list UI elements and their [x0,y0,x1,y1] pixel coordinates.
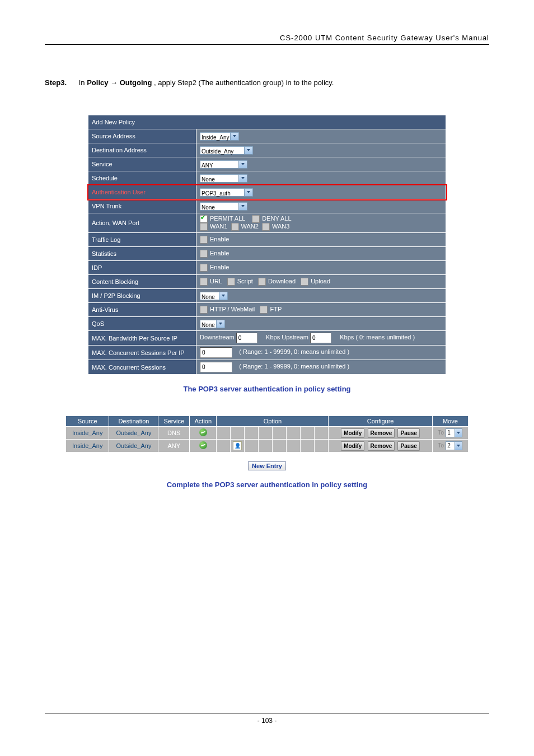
upload-text: Upload [311,278,330,284]
cell-destination: Outside_Any [109,440,158,452]
label-qos: QoS [88,317,196,331]
policy-list-table: Source Destination Service Action Option… [65,416,469,452]
wan2-text: WAN2 [241,223,259,230]
cell-destination-address: Outside_Any [196,143,446,157]
checkbox-download[interactable] [258,278,266,286]
cell-destination: Outside_Any [109,427,158,440]
cell-source: Inside_Any [66,440,109,452]
cell-source-address: Inside_Any [196,129,446,143]
upstream-label: Kbps Upstream [266,334,308,341]
select-schedule[interactable]: None [200,174,247,183]
col-move: Move [432,416,468,427]
pause-button[interactable]: Pause [397,428,419,438]
select-vpn-trunk[interactable]: None [200,202,247,211]
url-text: URL [210,278,222,284]
cell-move: To 1 [432,427,468,440]
step-policy-word: Policy [87,78,108,87]
permit-all-text: PERMIT ALL [210,215,245,222]
caption-1: The POP3 server authentication in policy… [45,385,489,393]
policy-title: Add New Policy [88,115,446,129]
select-qos[interactable]: None [200,320,225,328]
table-row: Inside_Any Outside_Any DNS Modify Remove… [66,427,469,440]
chevron-down-icon [455,442,462,450]
select-move[interactable]: 2 [446,441,462,450]
checkbox-wan2[interactable] [231,223,239,231]
cell-schedule: None [196,171,446,185]
select-im-p2p[interactable]: None [200,292,228,300]
page-footer: - 103 - [45,713,489,725]
label-im-p2p: IM / P2P Blocking [88,289,196,303]
label-max-conc-sessions: MAX. Concurrent Sessions [88,360,196,375]
download-text: Download [268,278,296,284]
label-authentication-user: Authentication User [88,185,196,199]
permit-icon [199,441,207,449]
sessions-per-ip-note: ( Range: 1 - 99999, 0: means unlimited ) [239,349,349,356]
select-service[interactable]: ANY [200,160,247,169]
new-entry-button[interactable]: New Entry [248,461,286,470]
checkbox-upload[interactable] [301,278,308,286]
checkbox-http-webmail[interactable] [200,306,208,314]
checkbox-wan3[interactable] [262,223,270,231]
step-outgoing-word: Outgoing [120,78,152,87]
idp-enable-text: Enable [210,264,229,270]
checkbox-traffic-log-enable[interactable] [200,236,208,244]
input-upstream[interactable]: 0 [310,333,331,343]
bw-note: Kbps ( 0: means unlimited ) [340,334,415,341]
col-action: Action [190,416,217,427]
statistics-enable-text: Enable [210,250,229,256]
remove-button[interactable]: Remove [368,428,395,438]
downstream-label: Downstream [200,334,235,341]
move-to-text: To [438,430,444,436]
col-destination: Destination [109,416,158,427]
caption-2: Complete the POP3 server authentication … [45,480,489,489]
checkbox-permit-all[interactable] [200,215,208,223]
step-instruction: Step3. In Policy → Outgoing , apply Step… [45,78,489,87]
input-max-conc-sessions[interactable]: 0 [200,362,232,372]
select-authentication-user[interactable]: POP3_auth [200,188,253,197]
modify-button[interactable]: Modify [341,428,364,438]
modify-button[interactable]: Modify [341,441,364,451]
select-move[interactable]: 1 [446,428,462,437]
cell-authentication-user: POP3_auth [196,185,446,199]
chevron-down-icon [238,161,247,168]
cell-service: ANY [196,157,446,171]
wan3-text: WAN3 [272,223,289,230]
input-downstream[interactable]: 0 [236,333,257,343]
select-destination-address[interactable]: Outside_Any [200,146,253,155]
cell-im-p2p: None [196,289,446,303]
cell-source: Inside_Any [66,427,109,440]
deny-all-text: DENY ALL [262,215,291,222]
chevron-down-icon [238,175,247,182]
label-schedule: Schedule [88,171,196,185]
page-header: CS-2000 UTM Content Security Gateway Use… [45,34,489,45]
checkbox-deny-all[interactable] [252,215,260,223]
checkbox-url[interactable] [200,278,208,286]
chevron-down-icon [244,147,252,154]
cell-configure: Modify Remove Pause [329,440,432,452]
label-idp: IDP [88,261,196,275]
label-traffic-log: Traffic Log [88,233,196,247]
checkbox-statistics-enable[interactable] [200,250,208,258]
remove-button[interactable]: Remove [368,441,395,451]
table-row: Inside_Any Outside_Any ANY 👤 Modify Remo… [66,440,469,452]
pause-button[interactable]: Pause [397,441,419,451]
select-source-address[interactable]: Inside_Any [200,132,239,141]
label-action-wan-port: Action, WAN Port [88,213,196,233]
authentication-user-icon: 👤 [233,441,242,450]
input-max-conc-sessions-per-ip[interactable]: 0 [200,347,232,358]
cell-max-conc-sessions: 0 ( Range: 1 - 99999, 0: means unlimited… [196,360,446,375]
checkbox-ftp[interactable] [260,306,268,314]
step-label: Step3. [45,78,67,87]
checkbox-wan1[interactable] [200,223,208,231]
wan1-text: WAN1 [210,223,227,230]
chevron-down-icon [216,320,224,328]
label-anti-virus: Anti-Virus [88,303,196,317]
checkbox-idp-enable[interactable] [200,264,208,272]
checkbox-script[interactable] [227,278,235,286]
col-option: Option [217,416,329,427]
label-max-bw-source-ip: MAX. Bandwidth Per Source IP [88,331,196,346]
cell-max-bw-source-ip: Downstream 0 Kbps Upstream 0 Kbps ( 0: m… [196,331,446,346]
cell-service: DNS [158,427,190,440]
cell-max-conc-sessions-per-ip: 0 ( Range: 1 - 99999, 0: means unlimited… [196,346,446,360]
cell-vpn-trunk: None [196,199,446,213]
